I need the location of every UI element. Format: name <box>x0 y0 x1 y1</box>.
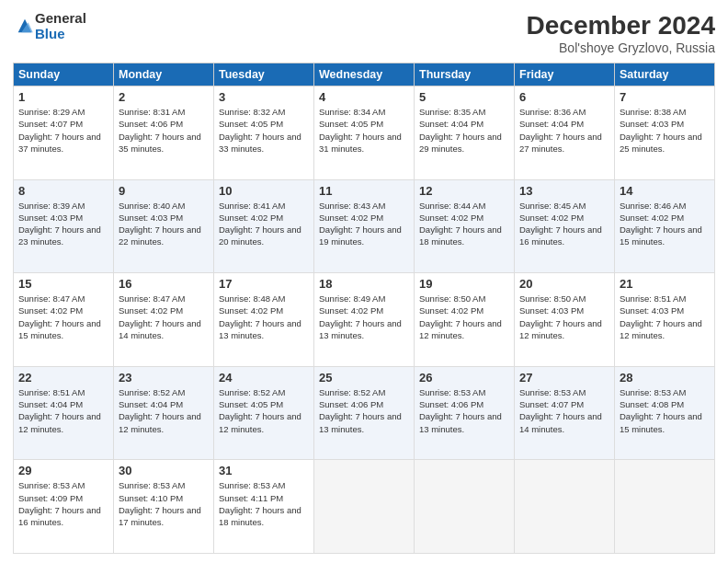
table-row: 5Sunrise: 8:35 AMSunset: 4:04 PMDaylight… <box>415 86 515 180</box>
day-number: 19 <box>419 277 509 291</box>
calendar-header-wednesday: Wednesday <box>314 63 415 86</box>
header: General Blue December 2024 Bol'shoye Gry… <box>13 11 715 55</box>
day-info: Sunrise: 8:31 AMSunset: 4:06 PMDaylight:… <box>119 106 209 155</box>
day-number: 8 <box>18 184 108 198</box>
table-row: 3Sunrise: 8:32 AMSunset: 4:05 PMDaylight… <box>214 86 314 180</box>
day-number: 29 <box>18 464 108 477</box>
day-info: Sunrise: 8:51 AMSunset: 4:04 PMDaylight:… <box>18 386 108 435</box>
day-info: Sunrise: 8:53 AMSunset: 4:07 PMDaylight:… <box>519 386 609 435</box>
table-row: 19Sunrise: 8:50 AMSunset: 4:02 PMDayligh… <box>415 273 515 367</box>
day-info: Sunrise: 8:51 AMSunset: 4:03 PMDaylight:… <box>620 293 710 341</box>
table-row: 27Sunrise: 8:53 AMSunset: 4:07 PMDayligh… <box>515 366 615 460</box>
day-number: 24 <box>219 371 309 385</box>
table-row: 16Sunrise: 8:47 AMSunset: 4:02 PMDayligh… <box>114 273 214 367</box>
logo-icon <box>15 16 35 36</box>
table-row: 9Sunrise: 8:40 AMSunset: 4:03 PMDaylight… <box>114 179 214 273</box>
calendar-week-4: 22Sunrise: 8:51 AMSunset: 4:04 PMDayligh… <box>14 366 715 460</box>
title-block: December 2024 Bol'shoye Gryzlovo, Russia <box>527 11 715 55</box>
calendar-week-5: 29Sunrise: 8:53 AMSunset: 4:09 PMDayligh… <box>14 460 715 554</box>
logo-text: General Blue <box>35 11 86 41</box>
day-number: 9 <box>119 184 209 198</box>
day-info: Sunrise: 8:43 AMSunset: 4:02 PMDaylight:… <box>319 200 409 248</box>
table-row: 31Sunrise: 8:53 AMSunset: 4:11 PMDayligh… <box>214 460 314 554</box>
calendar-week-2: 8Sunrise: 8:39 AMSunset: 4:03 PMDaylight… <box>14 179 715 273</box>
day-number: 12 <box>419 184 509 198</box>
day-info: Sunrise: 8:36 AMSunset: 4:04 PMDaylight:… <box>519 106 609 155</box>
day-number: 2 <box>119 90 209 104</box>
table-row: 26Sunrise: 8:53 AMSunset: 4:06 PMDayligh… <box>415 366 515 460</box>
table-row <box>615 460 715 554</box>
logo-general: General <box>35 11 86 27</box>
month-title: December 2024 <box>527 11 715 40</box>
day-info: Sunrise: 8:50 AMSunset: 4:02 PMDaylight:… <box>419 293 509 341</box>
day-number: 5 <box>419 90 509 104</box>
day-number: 26 <box>419 371 509 385</box>
day-number: 14 <box>620 184 710 198</box>
day-info: Sunrise: 8:50 AMSunset: 4:03 PMDaylight:… <box>519 293 609 341</box>
calendar-week-3: 15Sunrise: 8:47 AMSunset: 4:02 PMDayligh… <box>14 273 715 367</box>
day-number: 20 <box>519 277 609 291</box>
table-row: 21Sunrise: 8:51 AMSunset: 4:03 PMDayligh… <box>615 273 715 367</box>
calendar-week-1: 1Sunrise: 8:29 AMSunset: 4:07 PMDaylight… <box>14 86 715 180</box>
day-info: Sunrise: 8:34 AMSunset: 4:05 PMDaylight:… <box>319 106 409 155</box>
day-info: Sunrise: 8:52 AMSunset: 4:06 PMDaylight:… <box>319 386 409 435</box>
day-number: 16 <box>119 277 209 291</box>
day-info: Sunrise: 8:53 AMSunset: 4:08 PMDaylight:… <box>620 386 710 435</box>
day-number: 31 <box>219 464 309 477</box>
table-row: 4Sunrise: 8:34 AMSunset: 4:05 PMDaylight… <box>314 86 415 180</box>
day-info: Sunrise: 8:39 AMSunset: 4:03 PMDaylight:… <box>18 200 108 248</box>
day-number: 7 <box>620 90 710 104</box>
day-info: Sunrise: 8:47 AMSunset: 4:02 PMDaylight:… <box>119 293 209 341</box>
table-row: 17Sunrise: 8:48 AMSunset: 4:02 PMDayligh… <box>214 273 314 367</box>
day-info: Sunrise: 8:52 AMSunset: 4:05 PMDaylight:… <box>219 386 309 435</box>
day-info: Sunrise: 8:48 AMSunset: 4:02 PMDaylight:… <box>219 293 309 341</box>
calendar-header-monday: Monday <box>114 63 214 86</box>
day-info: Sunrise: 8:53 AMSunset: 4:06 PMDaylight:… <box>419 386 509 435</box>
calendar-header-saturday: Saturday <box>615 63 715 86</box>
table-row: 30Sunrise: 8:53 AMSunset: 4:10 PMDayligh… <box>114 460 214 554</box>
day-number: 21 <box>620 277 710 291</box>
table-row: 23Sunrise: 8:52 AMSunset: 4:04 PMDayligh… <box>114 366 214 460</box>
calendar-header-tuesday: Tuesday <box>214 63 314 86</box>
table-row: 14Sunrise: 8:46 AMSunset: 4:02 PMDayligh… <box>615 179 715 273</box>
day-info: Sunrise: 8:32 AMSunset: 4:05 PMDaylight:… <box>219 106 309 155</box>
day-number: 10 <box>219 184 309 198</box>
table-row: 6Sunrise: 8:36 AMSunset: 4:04 PMDaylight… <box>515 86 615 180</box>
table-row: 10Sunrise: 8:41 AMSunset: 4:02 PMDayligh… <box>214 179 314 273</box>
table-row: 15Sunrise: 8:47 AMSunset: 4:02 PMDayligh… <box>14 273 114 367</box>
day-info: Sunrise: 8:47 AMSunset: 4:02 PMDaylight:… <box>18 293 108 341</box>
table-row: 25Sunrise: 8:52 AMSunset: 4:06 PMDayligh… <box>314 366 415 460</box>
day-number: 27 <box>519 371 609 385</box>
location: Bol'shoye Gryzlovo, Russia <box>527 40 715 55</box>
day-number: 25 <box>319 371 409 385</box>
calendar-header-sunday: Sunday <box>14 63 114 86</box>
day-number: 15 <box>18 277 108 291</box>
calendar-header-thursday: Thursday <box>415 63 515 86</box>
day-number: 30 <box>119 464 209 477</box>
day-info: Sunrise: 8:52 AMSunset: 4:04 PMDaylight:… <box>119 386 209 435</box>
calendar-header-row: SundayMondayTuesdayWednesdayThursdayFrid… <box>14 63 715 86</box>
day-number: 22 <box>18 371 108 385</box>
day-number: 18 <box>319 277 409 291</box>
table-row: 1Sunrise: 8:29 AMSunset: 4:07 PMDaylight… <box>14 86 114 180</box>
day-number: 23 <box>119 371 209 385</box>
day-number: 28 <box>620 371 710 385</box>
table-row <box>415 460 515 554</box>
table-row: 22Sunrise: 8:51 AMSunset: 4:04 PMDayligh… <box>14 366 114 460</box>
table-row: 20Sunrise: 8:50 AMSunset: 4:03 PMDayligh… <box>515 273 615 367</box>
day-info: Sunrise: 8:45 AMSunset: 4:02 PMDaylight:… <box>519 200 609 248</box>
day-info: Sunrise: 8:38 AMSunset: 4:03 PMDaylight:… <box>620 106 710 155</box>
day-number: 13 <box>519 184 609 198</box>
day-info: Sunrise: 8:46 AMSunset: 4:02 PMDaylight:… <box>620 200 710 248</box>
table-row: 11Sunrise: 8:43 AMSunset: 4:02 PMDayligh… <box>314 179 415 273</box>
day-info: Sunrise: 8:53 AMSunset: 4:09 PMDaylight:… <box>18 479 108 528</box>
table-row: 7Sunrise: 8:38 AMSunset: 4:03 PMDaylight… <box>615 86 715 180</box>
day-number: 17 <box>219 277 309 291</box>
table-row: 29Sunrise: 8:53 AMSunset: 4:09 PMDayligh… <box>14 460 114 554</box>
table-row: 24Sunrise: 8:52 AMSunset: 4:05 PMDayligh… <box>214 366 314 460</box>
day-info: Sunrise: 8:35 AMSunset: 4:04 PMDaylight:… <box>419 106 509 155</box>
day-number: 6 <box>519 90 609 104</box>
logo: General Blue <box>13 11 86 41</box>
day-info: Sunrise: 8:41 AMSunset: 4:02 PMDaylight:… <box>219 200 309 248</box>
table-row: 13Sunrise: 8:45 AMSunset: 4:02 PMDayligh… <box>515 179 615 273</box>
